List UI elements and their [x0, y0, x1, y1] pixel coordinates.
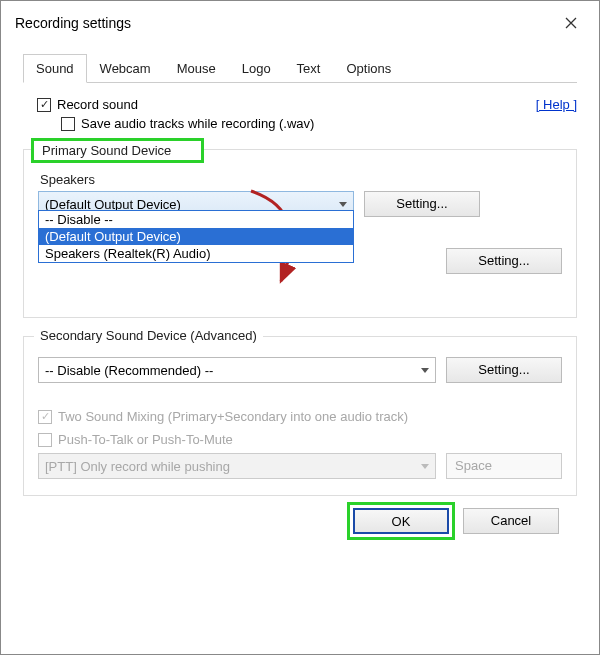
ptt-mode-combo: [PTT] Only record while pushing [38, 453, 436, 479]
primary-sound-group: Primary Sound Device Speakers (Default O… [23, 149, 577, 318]
tab-text[interactable]: Text [284, 54, 334, 83]
tab-bar: Sound Webcam Mouse Logo Text Options [23, 53, 577, 83]
recording-settings-dialog: Recording settings Sound Webcam Mouse Lo… [0, 0, 600, 655]
ptt-row: Push-To-Talk or Push-To-Mute [38, 432, 562, 447]
ptt-mode-value: [PTT] Only record while pushing [45, 459, 230, 474]
tab-sound[interactable]: Sound [23, 54, 87, 83]
close-button[interactable] [553, 9, 589, 37]
chevron-down-icon [421, 464, 429, 469]
record-sound-row: Record sound [ Help ] [37, 97, 577, 112]
dropdown-option-disable[interactable]: -- Disable -- [39, 211, 353, 228]
save-tracks-row: Save audio tracks while recording (.wav) [61, 116, 577, 131]
primary-setting-button-1[interactable]: Setting... [364, 191, 480, 217]
tab-options[interactable]: Options [333, 54, 404, 83]
record-sound-checkbox[interactable] [37, 98, 51, 112]
tab-mouse[interactable]: Mouse [164, 54, 229, 83]
chevron-down-icon [339, 202, 347, 207]
two-sound-mixing-label: Two Sound Mixing (Primary+Secondary into… [58, 409, 408, 424]
secondary-sound-legend: Secondary Sound Device (Advanced) [34, 328, 263, 343]
save-audio-tracks-checkbox[interactable] [61, 117, 75, 131]
ok-button[interactable]: OK [353, 508, 449, 534]
secondary-device-combo[interactable]: -- Disable (Recommended) -- [38, 357, 436, 383]
secondary-sound-group: Secondary Sound Device (Advanced) -- Dis… [23, 336, 577, 496]
tab-logo[interactable]: Logo [229, 54, 284, 83]
primary-setting-button-2[interactable]: Setting... [446, 248, 562, 274]
speakers-label: Speakers [40, 172, 562, 187]
two-mix-row: Two Sound Mixing (Primary+Secondary into… [38, 409, 562, 424]
window-title: Recording settings [15, 15, 131, 31]
secondary-setting-button[interactable]: Setting... [446, 357, 562, 383]
ptt-label: Push-To-Talk or Push-To-Mute [58, 432, 233, 447]
primary-speakers-dropdown: -- Disable -- (Default Output Device) Sp… [38, 210, 354, 263]
dialog-content: Sound Webcam Mouse Logo Text Options Rec… [1, 45, 599, 548]
dialog-footer: OK Cancel [23, 496, 577, 534]
save-audio-tracks-label: Save audio tracks while recording (.wav) [81, 116, 314, 131]
primary-setting-row-2: Setting... [446, 248, 562, 274]
chevron-down-icon [421, 368, 429, 373]
ptt-checkbox [38, 433, 52, 447]
tab-webcam[interactable]: Webcam [87, 54, 164, 83]
ptt-key-field: Space [446, 453, 562, 479]
two-sound-mixing-checkbox [38, 410, 52, 424]
help-link[interactable]: [ Help ] [536, 97, 577, 112]
ptt-mode-row: [PTT] Only record while pushing Space [38, 453, 562, 479]
cancel-button[interactable]: Cancel [463, 508, 559, 534]
titlebar: Recording settings [1, 1, 599, 45]
secondary-combo-row: -- Disable (Recommended) -- Setting... [38, 357, 562, 383]
close-icon [565, 17, 577, 29]
dropdown-option-realtek[interactable]: Speakers (Realtek(R) Audio) [39, 245, 353, 262]
record-sound-label: Record sound [57, 97, 138, 112]
secondary-device-value: -- Disable (Recommended) -- [45, 363, 213, 378]
primary-sound-legend: Primary Sound Device [34, 141, 201, 160]
dropdown-option-default[interactable]: (Default Output Device) [39, 228, 353, 245]
